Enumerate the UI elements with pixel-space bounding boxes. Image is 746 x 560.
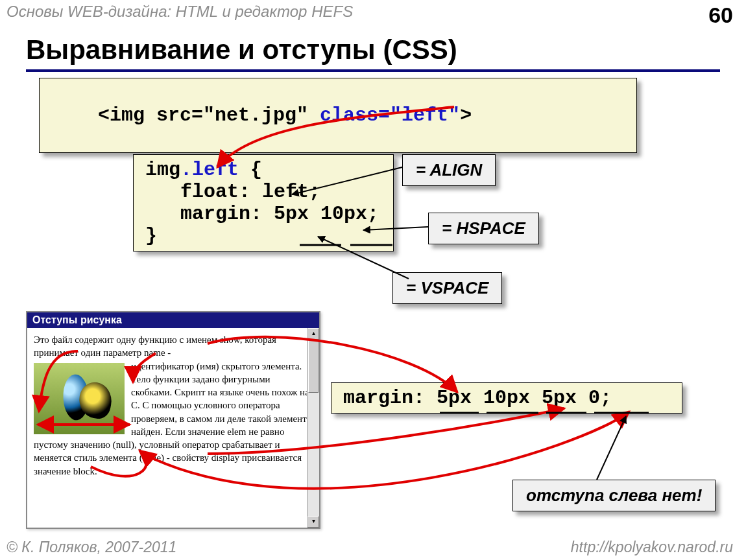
callout-align: = ALIGN bbox=[402, 154, 496, 186]
breadcrumb: Основы WEB-дизайна: HTML и редактор HEFS bbox=[6, 3, 353, 21]
preview-image bbox=[34, 363, 125, 434]
code-box-css-rule: img.left { float: left; margin: 5px 10px… bbox=[133, 154, 394, 251]
preview-window: Отступы рисунка Это файл содержит одну ф… bbox=[26, 311, 320, 529]
code2-l2: float: left; bbox=[145, 181, 320, 203]
preview-line-top: Это файл содержит одну функцию с именем … bbox=[34, 334, 276, 358]
code2-l1b: .left bbox=[180, 159, 239, 181]
code1-suffix: > bbox=[460, 104, 472, 126]
scroll-thumb[interactable] bbox=[308, 340, 319, 393]
code-box-margin-long: margin: 5px 10px 5px 0; bbox=[331, 382, 682, 414]
callout-no-left-margin: отступа слева нет! bbox=[512, 480, 716, 511]
code1-attr: class="left" bbox=[320, 104, 460, 126]
scrollbar[interactable]: ▴ ▾ bbox=[307, 328, 319, 528]
page-number: 60 bbox=[708, 3, 733, 28]
code-box-img-tag: <img src="net.jpg" class="left"> bbox=[39, 78, 637, 153]
callout-hspace: = HSPACE bbox=[428, 213, 539, 244]
code2-l1a: img bbox=[145, 159, 180, 181]
footer-url: http://kpolyakov.narod.ru bbox=[571, 539, 733, 556]
code2-l3: margin: 5px 10px; bbox=[145, 203, 379, 225]
scroll-up-icon[interactable]: ▴ bbox=[307, 328, 319, 340]
preview-titlebar: Отступы рисунка bbox=[27, 312, 319, 328]
footer-copyright: © К. Поляков, 2007-2011 bbox=[6, 539, 176, 556]
scroll-down-icon[interactable]: ▾ bbox=[307, 516, 319, 528]
code3: margin: 5px 10px 5px 0; bbox=[331, 383, 682, 413]
callout-vspace: = VSPACE bbox=[392, 272, 502, 304]
slide-title: Выравнивание и отступы (CSS) bbox=[26, 34, 720, 72]
code2-l1c: { bbox=[239, 159, 262, 181]
preview-content: Это файл содержит одну функцию с именем … bbox=[27, 328, 319, 528]
code1-prefix: <img src="net.jpg" bbox=[98, 104, 320, 126]
code2-l4: } bbox=[145, 225, 157, 247]
